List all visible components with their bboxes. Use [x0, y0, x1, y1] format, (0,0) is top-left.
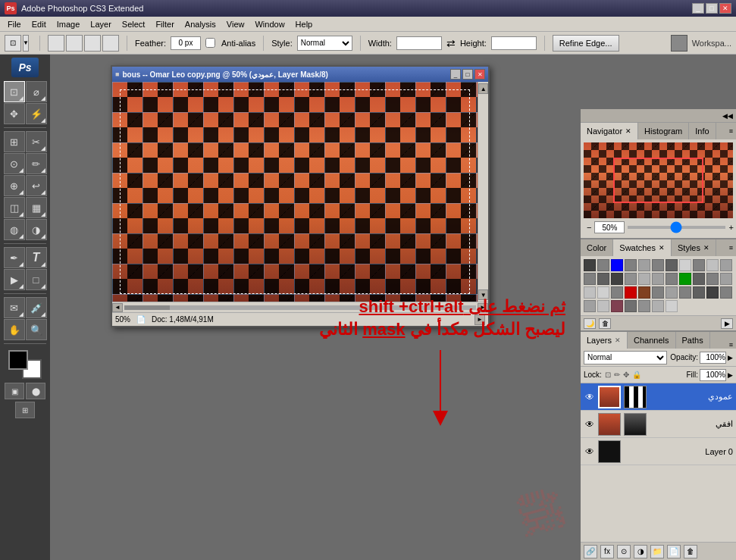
link-layers-btn[interactable]: 🔗	[584, 545, 597, 558]
screen-mode-btn[interactable]: ⊞	[15, 402, 35, 418]
swatch-item[interactable]	[611, 286, 623, 299]
opacity-arrow[interactable]: ▶	[728, 354, 733, 361]
add-group-btn[interactable]: 📁	[650, 545, 664, 558]
intersect-with-selection-btn[interactable]	[102, 35, 119, 52]
path-selection-tool[interactable]: ▶	[4, 269, 25, 290]
doc-close-button[interactable]: ✕	[474, 69, 485, 80]
layer-visibility-icon-omodi[interactable]: 👁	[584, 391, 596, 403]
zoom-slider[interactable]	[628, 226, 725, 229]
text-tool[interactable]: T	[26, 247, 47, 268]
swatch-item[interactable]	[720, 286, 732, 299]
swatch-item[interactable]	[638, 286, 650, 299]
tab-histogram[interactable]: Histogram	[638, 123, 689, 139]
navigator-panel-menu[interactable]: ≡	[726, 127, 736, 135]
swatch-item[interactable]	[625, 273, 637, 285]
swatch-item[interactable]	[584, 300, 596, 312]
menu-window[interactable]: Window	[250, 19, 289, 30]
swatch-item[interactable]	[611, 273, 623, 285]
menu-view[interactable]: View	[222, 19, 249, 30]
collapse-panels-icon[interactable]: ◀◀	[722, 112, 733, 120]
tab-styles[interactable]: Styles ✕	[672, 239, 716, 256]
tab-layers[interactable]: Layers ✕	[581, 332, 628, 349]
swatch-item[interactable]	[611, 300, 623, 312]
pen-tool[interactable]: ✒	[4, 247, 25, 268]
tool-selector[interactable]: ⊡	[5, 35, 21, 52]
feather-input[interactable]	[171, 36, 201, 50]
layer-fx-btn[interactable]: fx	[600, 545, 614, 558]
swatch-item[interactable]	[706, 286, 719, 299]
menu-select[interactable]: Select	[117, 19, 150, 30]
foreground-color[interactable]	[8, 350, 28, 370]
tab-info[interactable]: Info	[689, 123, 716, 139]
tab-channels[interactable]: Channels	[628, 332, 675, 349]
menu-help[interactable]: Help	[291, 19, 318, 30]
lock-pixels-icon[interactable]: ✏	[614, 371, 620, 379]
swatch-item[interactable]	[652, 259, 664, 271]
quick-mask-mode-btn[interactable]: ⬤	[26, 383, 45, 399]
crop-tool[interactable]: ⊞	[4, 131, 25, 152]
menu-edit[interactable]: Edit	[27, 19, 51, 30]
nav-preview[interactable]	[584, 142, 733, 218]
swatch-item[interactable]	[584, 286, 596, 299]
layer-item-layer0[interactable]: 👁 Layer 0	[581, 438, 736, 465]
hand-tool[interactable]: ✋	[4, 319, 25, 340]
healing-tool[interactable]: ⊙	[4, 153, 25, 174]
swatch-item[interactable]	[625, 259, 637, 271]
eyedropper-tool[interactable]: 💉	[26, 297, 47, 318]
menu-file[interactable]: File	[3, 19, 26, 30]
menu-image[interactable]: Image	[52, 19, 85, 30]
swatch-item[interactable]	[611, 259, 623, 271]
swatch-item[interactable]	[652, 286, 664, 299]
tool-selector-arrow[interactable]: ▼	[23, 35, 29, 52]
add-to-selection-btn[interactable]	[66, 35, 83, 52]
height-input[interactable]	[491, 36, 537, 50]
swatch-item[interactable]	[693, 273, 705, 285]
clone-stamp-tool[interactable]: ⊕	[4, 175, 25, 196]
menu-layer[interactable]: Layer	[86, 19, 116, 30]
swatches-panel-menu[interactable]: ≡	[726, 244, 736, 252]
lock-transparent-icon[interactable]: ⊡	[605, 371, 611, 379]
swatch-item[interactable]	[638, 273, 650, 285]
notes-tool[interactable]: ✉	[4, 297, 25, 318]
swatch-item[interactable]	[597, 259, 609, 271]
close-swatches-tab[interactable]: ✕	[659, 244, 665, 252]
swatches-menu-btn[interactable]: ▶	[721, 318, 733, 329]
swatch-item[interactable]	[666, 273, 678, 285]
move-tool[interactable]: ✥	[4, 103, 25, 124]
minimize-button[interactable]: _	[692, 3, 704, 14]
workspace-icon[interactable]	[671, 35, 687, 52]
swatch-item[interactable]	[679, 259, 691, 271]
fill-input[interactable]	[700, 369, 726, 381]
swatch-item[interactable]	[679, 286, 691, 299]
layer-visibility-icon-afqi[interactable]: 👁	[584, 418, 596, 430]
magic-wand-tool[interactable]: ⚡	[26, 103, 47, 124]
lasso-tool[interactable]: ⌀	[26, 81, 47, 102]
close-navigator-tab[interactable]: ✕	[625, 127, 631, 135]
swatch-item[interactable]	[625, 286, 637, 299]
layers-panel-menu[interactable]: ≡	[726, 341, 736, 349]
swatch-item[interactable]	[584, 273, 596, 285]
subtract-from-selection-btn[interactable]	[84, 35, 101, 52]
swatch-item[interactable]	[666, 286, 678, 299]
swatch-item[interactable]	[638, 259, 650, 271]
add-adjustment-btn[interactable]: ◑	[634, 545, 647, 558]
brush-tool[interactable]: ✏	[26, 153, 47, 174]
lock-all-icon[interactable]: 🔒	[632, 371, 641, 379]
swatch-item[interactable]	[693, 259, 705, 271]
anti-alias-checkbox[interactable]	[205, 38, 215, 48]
swatch-item[interactable]	[638, 300, 650, 312]
new-layer-btn[interactable]: 📄	[667, 545, 681, 558]
layer-visibility-icon-layer0[interactable]: 👁	[584, 446, 596, 458]
gradient-tool[interactable]: ▦	[26, 197, 47, 218]
document-canvas[interactable]	[112, 82, 478, 302]
swatch-item[interactable]	[625, 300, 637, 312]
add-mask-btn[interactable]: ⊙	[617, 545, 631, 558]
shape-tool[interactable]: □	[26, 269, 47, 290]
refine-edge-button[interactable]: Refine Edge...	[553, 35, 619, 52]
delete-swatch-btn[interactable]: 🗑	[599, 318, 611, 329]
marquee-tool[interactable]: ⊡	[4, 81, 25, 102]
menu-analysis[interactable]: Analysis	[180, 19, 221, 30]
swatch-item[interactable]	[693, 286, 705, 299]
tab-paths[interactable]: Paths	[676, 332, 710, 349]
slice-tool[interactable]: ✂	[26, 131, 47, 152]
